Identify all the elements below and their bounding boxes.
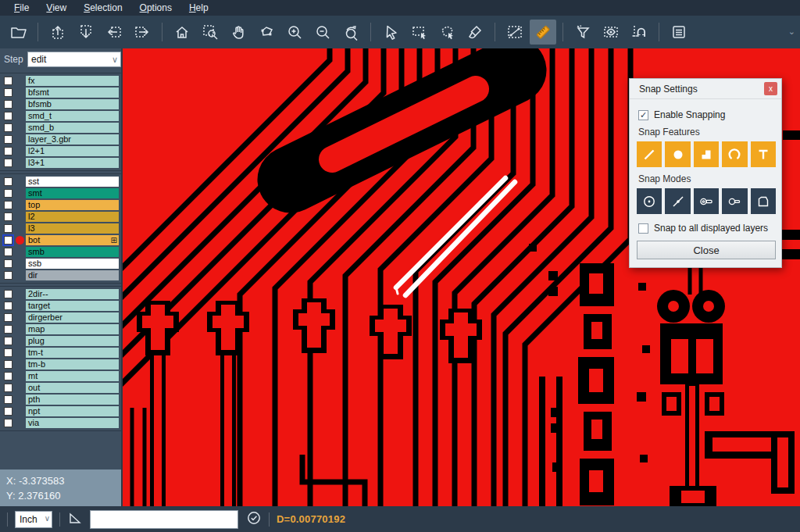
layer-visibility-checkbox[interactable] xyxy=(4,248,12,256)
snap-feature-line-button[interactable] xyxy=(637,141,662,167)
layer-visibility-checkbox[interactable] xyxy=(4,302,12,310)
layer-row[interactable]: layer_3.gbr xyxy=(0,134,121,145)
zoom-in-icon[interactable] xyxy=(281,20,308,45)
layer-row[interactable]: smt xyxy=(0,187,121,199)
close-button[interactable]: Close xyxy=(637,241,776,259)
measure-point-to-point-icon[interactable] xyxy=(502,20,528,45)
layer-name[interactable]: bot⊞ xyxy=(26,235,119,245)
layer-visibility-checkbox[interactable] xyxy=(4,337,12,345)
layer-row-active[interactable]: bot⊞ xyxy=(0,234,121,246)
layer-visibility-checkbox[interactable] xyxy=(4,159,12,167)
menu-options[interactable]: Options xyxy=(132,1,180,15)
layer-row[interactable]: dirgerber xyxy=(0,312,121,323)
layer-name[interactable]: bfsmt xyxy=(26,87,119,98)
import-top-icon[interactable] xyxy=(45,20,71,45)
layer-name[interactable]: sst xyxy=(26,177,119,187)
layer-visibility-checkbox[interactable] xyxy=(4,372,12,380)
toolbar-overflow-chevron[interactable]: ⌄ xyxy=(788,27,795,37)
layer-row[interactable]: sst xyxy=(0,176,121,187)
layer-row[interactable]: smd_b xyxy=(0,122,121,134)
layer-row[interactable]: via xyxy=(0,417,121,429)
close-icon[interactable]: x xyxy=(764,82,777,95)
snap-mode-point-on-feature-button[interactable] xyxy=(665,188,690,214)
layer-visibility-checkbox[interactable] xyxy=(4,112,12,120)
layer-visibility-checkbox[interactable] xyxy=(4,224,12,233)
unit-select[interactable]: Inch∨ xyxy=(15,511,52,528)
layer-visibility-checkbox[interactable] xyxy=(4,135,12,144)
layer-row[interactable]: 2dir-- xyxy=(0,288,121,300)
layer-row[interactable]: bfsmt xyxy=(0,87,121,98)
import-bottom-icon[interactable] xyxy=(73,20,99,45)
zoom-out-icon[interactable] xyxy=(309,20,336,45)
layer-name[interactable]: layer_3.gbr xyxy=(26,134,119,145)
layer-row[interactable]: plug xyxy=(0,335,121,347)
layer-visibility-checkbox[interactable] xyxy=(4,419,12,427)
snap-mode-corner-button[interactable] xyxy=(751,188,776,214)
layer-name[interactable]: l2+1 xyxy=(26,146,119,156)
layer-row[interactable]: l2 xyxy=(0,211,121,223)
snap-feature-arc-button[interactable] xyxy=(722,141,747,167)
layer-visibility-checkbox[interactable] xyxy=(4,236,12,245)
enable-snapping-checkbox[interactable]: ✓ xyxy=(638,110,648,120)
layer-name[interactable]: pth xyxy=(26,395,119,405)
layer-row[interactable]: smb xyxy=(0,246,121,258)
layer-row[interactable]: dir xyxy=(0,270,121,281)
snap-feature-text-button[interactable] xyxy=(751,141,776,167)
layer-name[interactable]: mt xyxy=(26,371,119,381)
layer-visibility-checkbox[interactable] xyxy=(4,189,12,198)
apply-check-icon[interactable] xyxy=(246,510,262,529)
snap-magnet-icon[interactable] xyxy=(626,20,652,45)
zoom-home-icon[interactable] xyxy=(169,20,195,45)
layer-visibility-checkbox[interactable] xyxy=(4,325,12,334)
layer-visibility-checkbox[interactable] xyxy=(4,147,12,155)
layer-name[interactable]: via xyxy=(26,418,119,428)
layer-row[interactable]: smd_t xyxy=(0,110,121,122)
snap-feature-surface-button[interactable] xyxy=(694,141,719,167)
layer-name[interactable]: target xyxy=(26,301,119,311)
ruler-icon[interactable] xyxy=(530,20,556,45)
snap-mode-pad-exit-button[interactable] xyxy=(722,188,747,214)
layer-row[interactable]: out xyxy=(0,382,121,394)
snap-all-layers-checkbox[interactable] xyxy=(638,223,648,234)
layer-row[interactable]: target xyxy=(0,300,121,312)
clear-selection-brush-icon[interactable] xyxy=(462,20,488,45)
layer-row[interactable]: l3+1 xyxy=(0,157,121,169)
layer-row[interactable]: mt xyxy=(0,370,121,382)
layer-row[interactable]: pth xyxy=(0,394,121,405)
layer-visibility-checkbox[interactable] xyxy=(4,407,12,416)
view-selection-eye-icon[interactable] xyxy=(598,20,624,45)
menu-selection[interactable]: Selection xyxy=(76,1,130,15)
snap-all-layers-row[interactable]: Snap to all displayed layers xyxy=(638,223,776,234)
layer-row[interactable]: bfsmb xyxy=(0,98,121,110)
pan-hand-icon[interactable] xyxy=(225,20,252,45)
filter-icon[interactable] xyxy=(570,20,596,45)
layer-name[interactable]: tm-b xyxy=(26,359,119,370)
command-input[interactable] xyxy=(90,510,238,529)
layer-name[interactable]: map xyxy=(26,324,119,334)
layer-name[interactable]: dirgerber xyxy=(26,312,119,323)
layer-visibility-checkbox[interactable] xyxy=(4,77,12,85)
layer-grid-icon[interactable]: ⊞ xyxy=(111,237,119,245)
layer-visibility-checkbox[interactable] xyxy=(4,88,12,97)
import-right-icon[interactable] xyxy=(129,20,155,45)
layer-visibility-checkbox[interactable] xyxy=(4,384,12,392)
layer-name[interactable]: bfsmb xyxy=(26,99,119,109)
layer-row[interactable]: fx xyxy=(0,75,121,87)
layer-row[interactable]: tm-t xyxy=(0,347,121,359)
snap-mode-pad-entry-button[interactable] xyxy=(694,188,719,214)
layer-row[interactable]: l3 xyxy=(0,223,121,234)
layer-name[interactable]: ssb xyxy=(26,259,119,269)
dialog-title-bar[interactable]: Snap Settings x xyxy=(630,79,781,99)
layer-name[interactable]: plug xyxy=(26,336,119,346)
layer-visibility-checkbox[interactable] xyxy=(4,100,12,109)
layer-row[interactable]: npt xyxy=(0,405,121,417)
layer-name[interactable]: out xyxy=(26,383,119,393)
layer-visibility-checkbox[interactable] xyxy=(4,212,12,221)
layer-visibility-checkbox[interactable] xyxy=(4,271,12,280)
layer-name[interactable]: l2 xyxy=(26,212,119,222)
layer-row[interactable]: map xyxy=(0,323,121,335)
layer-name[interactable]: smb xyxy=(26,247,119,257)
select-polygon-icon[interactable] xyxy=(434,20,460,45)
layer-row[interactable]: ssb xyxy=(0,258,121,270)
menu-file[interactable]: File xyxy=(6,1,37,15)
